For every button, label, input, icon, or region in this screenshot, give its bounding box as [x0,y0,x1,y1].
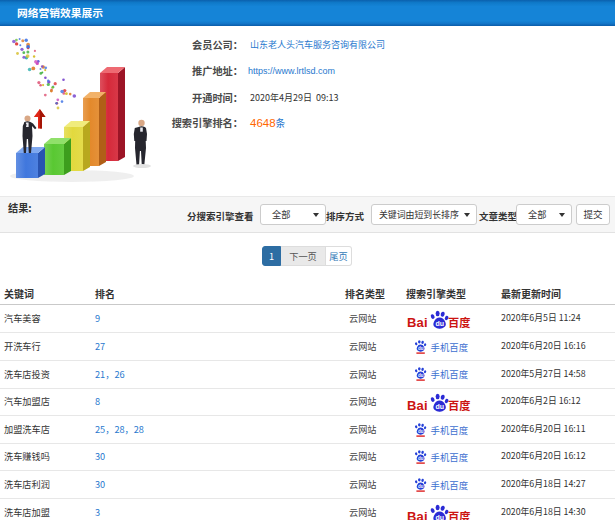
svg-text:du: du [435,514,444,520]
svg-text:手机百度: 手机百度 [431,450,469,464]
svg-text:手机百度: 手机百度 [431,478,469,492]
svg-text:手机百度: 手机百度 [431,423,469,437]
svg-text:百度: 百度 [448,397,470,413]
svg-text:du: du [435,403,444,410]
svg-text:du: du [418,346,424,351]
svg-text:du: du [418,484,424,489]
svg-text:Bai: Bai [407,509,428,520]
svg-text:Bai: Bai [407,398,428,413]
svg-text:du: du [418,373,424,378]
svg-text:手机百度: 手机百度 [431,367,469,381]
svg-text:手机百度: 手机百度 [431,340,469,354]
svg-text:百度: 百度 [448,314,470,330]
svg-text:du: du [418,456,424,461]
svg-text:du: du [435,320,444,327]
svg-text:du: du [418,429,424,434]
svg-text:Bai: Bai [407,315,428,330]
svg-text:百度: 百度 [448,508,470,520]
